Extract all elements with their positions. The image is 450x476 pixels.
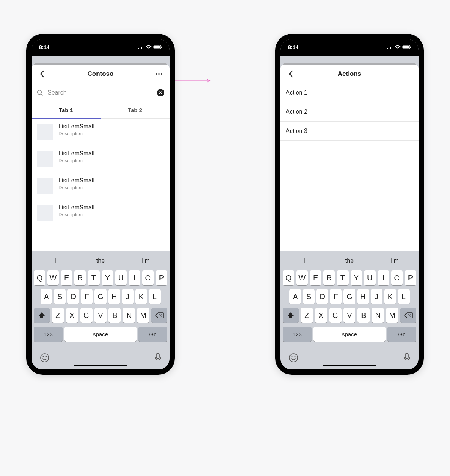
key-e[interactable]: E: [310, 270, 321, 285]
key-m[interactable]: M: [137, 308, 149, 323]
key-a[interactable]: A: [40, 289, 52, 304]
key-r[interactable]: R: [74, 270, 86, 285]
key-d[interactable]: D: [316, 289, 328, 304]
suggestion[interactable]: I'm: [372, 253, 417, 269]
list-item-description: Description: [58, 131, 164, 136]
key-j[interactable]: J: [371, 289, 382, 304]
phone-frame-2: 8:14: [275, 34, 424, 375]
key-l[interactable]: L: [398, 289, 410, 304]
go-key[interactable]: Go: [387, 327, 416, 342]
key-i[interactable]: I: [129, 270, 140, 285]
cellular-icon: [138, 44, 144, 50]
backspace-key[interactable]: [151, 308, 167, 323]
key-u[interactable]: U: [364, 270, 376, 285]
key-y[interactable]: Y: [102, 270, 113, 285]
actions-list: Action 1 Action 2 Action 3: [280, 83, 418, 141]
numeric-key[interactable]: 123: [283, 327, 312, 342]
key-x[interactable]: X: [315, 308, 327, 323]
key-z[interactable]: Z: [52, 308, 64, 323]
home-indicator[interactable]: [74, 365, 127, 366]
backspace-key[interactable]: [400, 308, 416, 323]
list-item[interactable]: ListItemSmall Description: [32, 146, 170, 173]
suggestion[interactable]: I: [33, 253, 78, 269]
key-q[interactable]: Q: [283, 270, 294, 285]
tab-1[interactable]: Tab 1: [32, 102, 100, 119]
more-button[interactable]: [154, 69, 164, 79]
action-item-1[interactable]: Action 1: [280, 83, 418, 102]
key-c[interactable]: C: [329, 308, 342, 323]
key-f[interactable]: F: [330, 289, 342, 304]
suggestion[interactable]: I: [282, 253, 327, 269]
key-b[interactable]: B: [108, 308, 121, 323]
key-s[interactable]: S: [54, 289, 66, 304]
svg-point-11: [46, 356, 47, 357]
numeric-key[interactable]: 123: [34, 327, 63, 342]
key-c[interactable]: C: [80, 308, 93, 323]
key-o[interactable]: O: [391, 270, 403, 285]
key-n[interactable]: N: [123, 308, 135, 323]
key-h[interactable]: H: [357, 289, 369, 304]
key-s[interactable]: S: [303, 289, 315, 304]
key-g[interactable]: G: [94, 289, 106, 304]
key-i[interactable]: I: [378, 270, 389, 285]
mic-icon[interactable]: [154, 353, 161, 364]
go-key[interactable]: Go: [138, 327, 167, 342]
key-q[interactable]: Q: [34, 270, 45, 285]
key-b[interactable]: B: [357, 308, 370, 323]
space-key[interactable]: space: [314, 327, 386, 342]
key-n[interactable]: N: [372, 308, 384, 323]
list-item[interactable]: ListItemSmall Description: [32, 119, 170, 146]
clear-search-button[interactable]: [157, 89, 164, 96]
search-bar: [32, 83, 170, 102]
key-y[interactable]: Y: [351, 270, 362, 285]
search-input[interactable]: [46, 89, 153, 97]
suggestion[interactable]: I'm: [123, 253, 168, 269]
key-d[interactable]: D: [68, 289, 79, 304]
svg-point-4: [156, 73, 157, 75]
key-t[interactable]: T: [337, 270, 348, 285]
back-button[interactable]: [37, 69, 47, 79]
key-v[interactable]: V: [94, 308, 107, 323]
result-list[interactable]: ListItemSmall Description ListItemSmall …: [32, 119, 170, 251]
key-k[interactable]: K: [135, 289, 147, 304]
tab-2[interactable]: Tab 2: [100, 102, 170, 119]
key-a[interactable]: A: [290, 289, 301, 304]
key-v[interactable]: V: [344, 308, 356, 323]
back-button[interactable]: [286, 69, 296, 79]
key-t[interactable]: T: [88, 270, 99, 285]
nav-spacer: [403, 69, 413, 79]
list-item[interactable]: ListItemSmall Description: [32, 173, 170, 200]
action-item-2[interactable]: Action 2: [280, 102, 418, 122]
shift-key[interactable]: [34, 308, 50, 323]
emoji-icon[interactable]: [289, 353, 298, 364]
key-e[interactable]: E: [61, 270, 72, 285]
key-f[interactable]: F: [81, 289, 93, 304]
space-key[interactable]: space: [64, 327, 136, 342]
key-p[interactable]: P: [156, 270, 167, 285]
key-g[interactable]: G: [344, 289, 355, 304]
key-r[interactable]: R: [323, 270, 335, 285]
key-x[interactable]: X: [66, 308, 78, 323]
key-u[interactable]: U: [115, 270, 127, 285]
key-z[interactable]: Z: [301, 308, 313, 323]
key-j[interactable]: J: [122, 289, 134, 304]
list-item[interactable]: ListItemSmall Description: [32, 200, 170, 226]
key-w[interactable]: W: [296, 270, 308, 285]
key-p[interactable]: P: [405, 270, 416, 285]
action-item-3[interactable]: Action 3: [280, 122, 418, 141]
home-indicator[interactable]: [323, 365, 376, 366]
key-h[interactable]: H: [108, 289, 120, 304]
mic-icon[interactable]: [404, 353, 410, 364]
suggestion-bar: I the I'm: [282, 253, 417, 269]
key-o[interactable]: O: [142, 270, 154, 285]
wifi-icon: [394, 44, 400, 50]
suggestion[interactable]: the: [327, 253, 372, 269]
svg-rect-15: [403, 46, 409, 49]
key-l[interactable]: L: [149, 289, 160, 304]
key-w[interactable]: W: [47, 270, 59, 285]
suggestion[interactable]: the: [78, 253, 123, 269]
key-k[interactable]: K: [384, 289, 396, 304]
key-m[interactable]: M: [386, 308, 398, 323]
emoji-icon[interactable]: [40, 353, 50, 364]
shift-key[interactable]: [283, 308, 299, 323]
